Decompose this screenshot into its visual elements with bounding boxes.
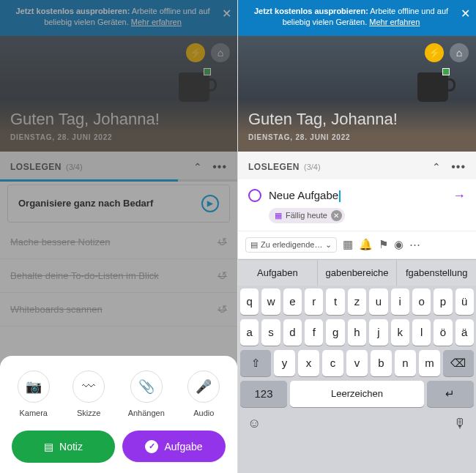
calendar-icon: ▦ (275, 211, 282, 220)
key-h[interactable]: h (348, 319, 366, 346)
mug-image (417, 72, 454, 105)
key-x[interactable]: x (298, 350, 319, 376)
attach-icon: 📎 (130, 370, 163, 403)
promo-link[interactable]: Mehr erfahren (369, 18, 420, 26)
calendar-icon[interactable]: ▦ (343, 238, 353, 251)
promo-banner: Jetzt kostenlos ausprobieren: Arbeite of… (238, 0, 476, 36)
return-key[interactable]: ↵ (427, 381, 474, 407)
note-icon: ▤ (44, 441, 53, 452)
key-f[interactable]: f (305, 319, 323, 346)
key-m[interactable]: m (419, 350, 440, 376)
key-a[interactable]: a (240, 319, 259, 346)
hero-header: ⚡ ⌂ Guten Tag, Johanna! DIENSTAG, 28. JU… (238, 36, 476, 152)
greeting-text: Guten Tag, Johanna! (248, 110, 466, 129)
key-u[interactable]: u (369, 288, 387, 315)
key-b[interactable]: b (371, 350, 392, 376)
key-y[interactable]: y (274, 350, 295, 376)
key-j[interactable]: j (369, 319, 387, 346)
task-toolbar: ▤Zu erledigende…⌄ ▦ 🔔 ⚑ ◉ ⋯ (238, 231, 476, 259)
space-key[interactable]: Leerzeichen (290, 381, 424, 407)
key-i[interactable]: i (391, 288, 409, 315)
more-icon[interactable]: ••• (451, 160, 466, 174)
sheet-attach[interactable]: 📎Anhängen (128, 370, 165, 417)
key-s[interactable]: s (261, 319, 280, 346)
notebook-icon: ▤ (250, 240, 258, 250)
key-c[interactable]: c (322, 350, 343, 376)
home-icon[interactable]: ⌂ (450, 43, 469, 62)
task-checkbox[interactable] (248, 189, 261, 202)
key-ä[interactable]: ä (455, 319, 474, 346)
soft-keyboard: qwertzuiopü asdfghjklöä ⇧ yxcvbnm ⌫ 123 … (238, 286, 476, 473)
backspace-key[interactable]: ⌫ (443, 350, 474, 376)
person-icon[interactable]: ◉ (394, 238, 404, 251)
emoji-key[interactable]: ☺ (248, 416, 261, 431)
key-ö[interactable]: ö (434, 319, 452, 346)
chip-remove-icon[interactable]: ✕ (331, 210, 342, 221)
bolt-icon[interactable]: ⚡ (425, 43, 444, 62)
shift-key[interactable]: ⇧ (240, 350, 271, 376)
key-w[interactable]: w (261, 288, 280, 315)
dictation-key[interactable]: 🎙 (453, 416, 466, 431)
task-title-input[interactable]: Neue Aufgabe (269, 189, 445, 202)
suggestion[interactable]: gabenbereiche (318, 260, 398, 286)
sheet-sketch[interactable]: 〰Skizze (72, 370, 105, 417)
sketch-icon: 〰 (72, 370, 105, 403)
key-ü[interactable]: ü (455, 288, 474, 315)
suggestion[interactable]: fgabenstellung (397, 260, 476, 286)
key-g[interactable]: g (326, 319, 344, 346)
flag-icon[interactable]: ⚑ (379, 238, 388, 251)
close-icon[interactable]: ✕ (461, 6, 470, 22)
camera-icon: 📷 (18, 370, 50, 403)
bell-icon[interactable]: 🔔 (359, 238, 373, 251)
new-note-button[interactable]: ▤Notiz (12, 431, 115, 463)
numeric-key[interactable]: 123 (240, 381, 287, 407)
mic-icon: 🎤 (187, 370, 220, 403)
new-task-button[interactable]: ✓Aufgabe (122, 431, 226, 463)
key-q[interactable]: q (240, 288, 259, 315)
key-o[interactable]: o (412, 288, 431, 315)
section-header: LOSLEGEN (3/4) ⌃ ••• (238, 152, 476, 179)
keyboard-suggestions: Aufgaben gabenbereiche fgabenstellung (238, 259, 476, 286)
key-l[interactable]: l (412, 319, 431, 346)
date-text: DIENSTAG, 28. JUNI 2022 (248, 133, 466, 141)
more-icon[interactable]: ⋯ (409, 238, 420, 251)
new-task-row: Neue Aufgabe → (238, 179, 476, 208)
sheet-audio[interactable]: 🎤Audio (187, 370, 220, 417)
key-v[interactable]: v (346, 350, 368, 376)
key-n[interactable]: n (395, 350, 416, 376)
key-p[interactable]: p (434, 288, 452, 315)
key-k[interactable]: k (391, 319, 409, 346)
key-z[interactable]: z (348, 288, 366, 315)
sheet-camera[interactable]: 📷Kamera (18, 370, 50, 417)
action-sheet: 📷Kamera 〰Skizze 📎Anhängen 🎤Audio ▤Notiz … (0, 356, 237, 473)
chevron-up-icon[interactable]: ⌃ (432, 161, 441, 173)
notebook-picker[interactable]: ▤Zu erledigende…⌄ (245, 237, 337, 253)
key-d[interactable]: d (283, 319, 302, 346)
key-e[interactable]: e (283, 288, 302, 315)
key-r[interactable]: r (305, 288, 323, 315)
check-icon: ✓ (145, 440, 158, 453)
due-chip[interactable]: ▦ Fällig heute ✕ (269, 208, 345, 223)
submit-arrow-icon[interactable]: → (453, 188, 466, 204)
suggestion[interactable]: Aufgaben (238, 260, 318, 286)
dim-overlay[interactable]: 📷Kamera 〰Skizze 📎Anhängen 🎤Audio ▤Notiz … (0, 0, 237, 473)
key-t[interactable]: t (326, 288, 344, 315)
